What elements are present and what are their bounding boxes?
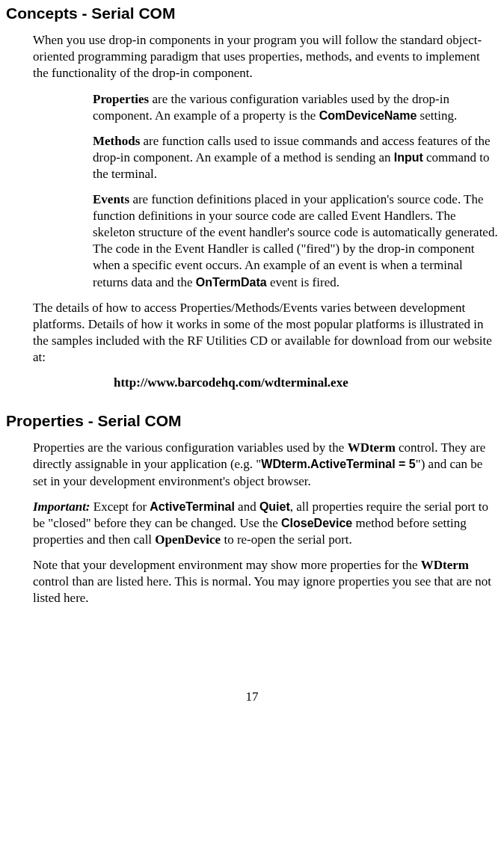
heading-concepts: Concepts - Serial COM [6,3,498,23]
text: Except for [90,500,150,514]
code-quiet: Quiet [259,500,290,513]
term-methods: Methods [93,134,140,148]
code-comdevicename: ComDeviceName [319,109,417,122]
bold-wdterm: WDterm [421,558,469,572]
text: control than are listed here. This is no… [33,574,491,605]
code-activeterminal: ActiveTerminal [150,500,235,513]
def-methods: Methods are function calls used to issue… [93,133,498,182]
text: Note that your development environment m… [33,558,421,572]
code-ontermdata: OnTermData [196,276,267,289]
download-url: http://www.barcodehq.com/wdterminal.exe [114,375,498,391]
text: to re-open the serial port. [221,532,352,547]
text: Properties are the various configuration… [33,440,348,455]
def-properties: Properties are the various configuration… [93,91,498,124]
important-label: Important: [33,500,90,514]
page-number: 17 [6,689,498,705]
text: event is fired. [267,275,339,289]
properties-p3: Note that your development environment m… [33,557,498,606]
code-input: Input [394,151,423,164]
properties-p1: Properties are the various configuration… [33,440,498,489]
details-paragraph: The details of how to access Properties/… [33,300,498,366]
term-events: Events [93,192,129,206]
code-closedevice: CloseDevice [281,517,352,529]
code-activeterminal-assign: WDterm.ActiveTerminal = 5 [261,458,415,470]
intro-paragraph: When you use drop-in components in your … [33,32,498,82]
term-properties: Properties [93,92,149,106]
bold-wdterm: WDterm [348,440,396,455]
text: and [235,500,259,514]
heading-properties: Properties - Serial COM [6,411,498,431]
properties-p2: Important: Except for ActiveTerminal and… [33,499,498,548]
def-events: Events are function definitions placed i… [93,191,498,291]
text: setting. [417,108,457,123]
bold-opendevice: OpenDevice [155,532,221,547]
